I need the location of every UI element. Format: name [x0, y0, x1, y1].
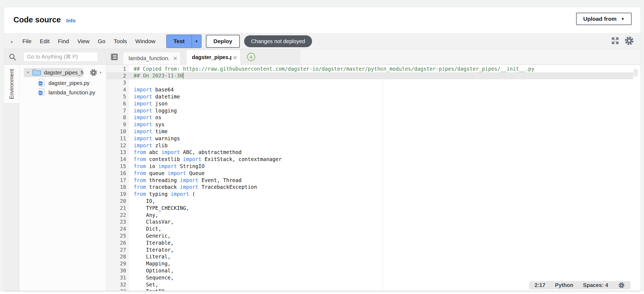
- tab-list-icon[interactable]: [110, 53, 118, 62]
- menu-items: FileEditFindViewGoToolsWindow: [22, 33, 155, 49]
- editor-scrollbar-thumb[interactable]: [634, 69, 638, 77]
- caret-down-icon: ▼: [195, 40, 198, 43]
- file-label: dagster_pipes.py: [49, 80, 89, 86]
- code-text: Set,: [134, 282, 158, 288]
- menu-item-view[interactable]: View: [77, 38, 89, 45]
- code-line[interactable]: 25 Generic,: [106, 232, 633, 239]
- page-background: Code source Info Upload from ▼ ▲ FileEdi…: [0, 0, 644, 294]
- code-source-card: Code source Info Upload from ▼ ▲ FileEdi…: [4, 7, 640, 291]
- line-number: 32: [106, 282, 129, 288]
- code-line[interactable]: 24 Dict,: [106, 225, 633, 232]
- line-number: 7: [106, 108, 129, 114]
- new-tab-button[interactable]: +: [247, 53, 255, 61]
- tab-close-icon[interactable]: ×: [173, 55, 177, 62]
- code-line[interactable]: 18from traceback import TracebackExcepti…: [106, 184, 633, 191]
- menu-bar: ▲ FileEditFindViewGoToolsWindow Test ▼ D…: [4, 33, 640, 49]
- code-text: ## Copied from: https://raw.githubuserco…: [134, 66, 534, 72]
- code-text: Any,: [134, 212, 158, 218]
- test-split-button: Test ▼: [166, 35, 202, 48]
- code-line[interactable]: 33 TextIO: [106, 288, 633, 291]
- tree-file-row[interactable]: <>dagster_pipes.py: [19, 79, 89, 87]
- text-cursor: [183, 73, 183, 79]
- code-line[interactable]: 7import logging: [106, 107, 633, 114]
- code-line[interactable]: 8import os: [106, 114, 633, 121]
- disclosure-triangle-icon[interactable]: ▼: [26, 71, 30, 74]
- code-line[interactable]: 17from threading import Event, Thread: [106, 177, 633, 184]
- info-link[interactable]: Info: [66, 18, 76, 24]
- line-number: 30: [106, 268, 129, 274]
- fullscreen-icon[interactable]: [611, 36, 619, 46]
- code-line[interactable]: 31 Sequence,: [106, 274, 633, 281]
- tree-file-row[interactable]: <>lambda_function.py: [19, 88, 95, 97]
- code-line[interactable]: 5import datetime: [106, 93, 633, 100]
- code-line[interactable]: 15from io import StringIO: [106, 163, 633, 170]
- code-source-header: Code source Info Upload from ▼: [4, 7, 640, 33]
- code-text: from queue import Queue: [134, 170, 205, 176]
- goto-anything-input[interactable]: [23, 52, 98, 61]
- caret-down-icon: ▼: [99, 71, 102, 74]
- code-line[interactable]: 30 Optional,: [106, 267, 633, 274]
- code-line[interactable]: 21 TYPE_CHECKING,: [106, 204, 633, 211]
- upload-from-button[interactable]: Upload from ▼: [576, 13, 632, 25]
- code-line[interactable]: 23 ClassVar,: [106, 218, 633, 225]
- svg-text:<>: <>: [39, 82, 43, 85]
- code-line[interactable]: 32 Set,: [106, 281, 633, 288]
- code-line[interactable]: 3: [106, 79, 633, 86]
- line-number: 21: [106, 205, 129, 211]
- svg-text:<>: <>: [39, 91, 43, 95]
- code-line[interactable]: 22 Any,: [106, 211, 633, 218]
- menu-item-file[interactable]: File: [22, 38, 32, 45]
- line-number: 13: [106, 149, 129, 155]
- caret-down-icon: ▼: [621, 17, 625, 21]
- code-line[interactable]: 20 IO,: [106, 197, 633, 204]
- code-text: Sequence,: [134, 275, 174, 281]
- code-line[interactable]: 26 Iterable,: [106, 239, 633, 246]
- menu-item-go[interactable]: Go: [98, 38, 105, 45]
- code-line[interactable]: 13from abc import ABC, abstractmethod: [106, 149, 633, 156]
- code-line[interactable]: 19from typing import (: [106, 190, 633, 197]
- code-text: Generic,: [134, 233, 171, 239]
- code-text: from abc import ABC, abstractmethod: [134, 149, 241, 155]
- code-line[interactable]: 4import base64: [106, 86, 633, 93]
- code-line[interactable]: 12import zlib: [106, 142, 633, 149]
- code-line[interactable]: 29 Mapping,: [106, 260, 633, 267]
- menubar-icons: [611, 33, 635, 49]
- code-text: Iterable,: [134, 240, 174, 246]
- code-line[interactable]: 10import time: [106, 128, 633, 135]
- code-line[interactable]: 27 Iterator,: [106, 246, 633, 253]
- tab-close-icon[interactable]: ×: [233, 54, 237, 61]
- menu-item-edit[interactable]: Edit: [40, 38, 50, 45]
- code-line[interactable]: 6import json: [106, 100, 633, 107]
- tab-lambda_function[interactable]: lambda_function.×: [123, 52, 181, 64]
- menu-item-find[interactable]: Find: [58, 38, 69, 45]
- code-line[interactable]: 16from queue import Queue: [106, 170, 633, 177]
- code-line[interactable]: 28 Literal,: [106, 253, 633, 260]
- tree-folder-row[interactable]: ▼ dagster_pipes_funct: [24, 68, 83, 77]
- line-number: 25: [106, 233, 129, 239]
- line-number: 1: [106, 66, 129, 72]
- line-number: 22: [106, 212, 129, 218]
- tree-gear-button[interactable]: ▼: [89, 68, 102, 77]
- code-line[interactable]: 11import warnings: [106, 135, 633, 142]
- code-text: from typing import (: [134, 191, 195, 197]
- test-dropdown-button[interactable]: ▼: [192, 35, 201, 48]
- test-button[interactable]: Test: [167, 35, 192, 48]
- code-line[interactable]: 14from contextlib import ExitStack, cont…: [106, 156, 633, 163]
- menu-item-window[interactable]: Window: [135, 38, 155, 45]
- code-lines: 1## Copied from: https://raw.githubuserc…: [106, 65, 633, 291]
- code-line[interactable]: 9import sys: [106, 121, 633, 128]
- line-number: 6: [106, 101, 129, 107]
- line-number: 31: [106, 275, 129, 281]
- menu-item-tools[interactable]: Tools: [114, 38, 127, 45]
- code-line[interactable]: 2## On 2023-11-30: [106, 72, 633, 79]
- deploy-button[interactable]: Deploy: [206, 35, 240, 48]
- line-number: 17: [106, 177, 129, 183]
- settings-gear-icon[interactable]: [624, 35, 635, 47]
- code-line[interactable]: 1## Copied from: https://raw.githubuserc…: [106, 65, 633, 72]
- page-bottom-strip: [0, 291, 644, 294]
- tab-bar-filler: [300, 49, 640, 64]
- collapse-panel-icon[interactable]: ▲: [10, 39, 13, 43]
- code-text: TextIO: [134, 288, 164, 291]
- tab-dagster_pipespy[interactable]: dagster_pipes.py×: [186, 50, 241, 65]
- environment-tab[interactable]: Environment: [4, 65, 19, 103]
